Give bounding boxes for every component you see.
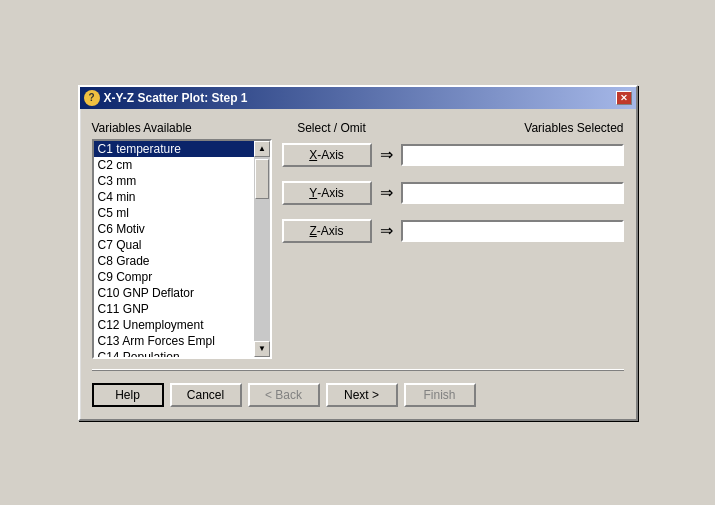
x-axis-arrow: ⇒ [380, 145, 393, 164]
list-item[interactable]: C5 ml [94, 205, 254, 221]
list-item[interactable]: C6 Motiv [94, 221, 254, 237]
list-item[interactable]: C2 cm [94, 157, 254, 173]
separator [92, 369, 624, 371]
z-axis-arrow: ⇒ [380, 221, 393, 240]
list-item[interactable]: C3 mm [94, 173, 254, 189]
cancel-button[interactable]: Cancel [170, 383, 242, 407]
help-button[interactable]: Help [92, 383, 164, 407]
back-button[interactable]: < Back [248, 383, 320, 407]
x-axis-button[interactable]: X-Axis [282, 143, 372, 167]
main-window: ? X-Y-Z Scatter Plot: Step 1 ✕ Variables… [78, 85, 638, 421]
y-axis-arrow: ⇒ [380, 183, 393, 202]
x-axis-row: X-Axis ⇒ [282, 143, 624, 167]
list-item[interactable]: C8 Grade [94, 253, 254, 269]
list-item[interactable]: C7 Qual [94, 237, 254, 253]
window-title: X-Y-Z Scatter Plot: Step 1 [104, 91, 248, 105]
variables-listbox[interactable]: C1 temperatureC2 cmC3 mmC4 minC5 mlC6 Mo… [92, 139, 272, 359]
scrollbar: ▲ ▼ [254, 141, 270, 357]
scroll-track[interactable] [254, 157, 270, 341]
list-item[interactable]: C10 GNP Deflator [94, 285, 254, 301]
x-axis-input[interactable] [401, 144, 624, 166]
list-item[interactable]: C13 Arm Forces Empl [94, 333, 254, 349]
scroll-up-button[interactable]: ▲ [254, 141, 270, 157]
main-area: Variables Available C1 temperatureC2 cmC… [92, 121, 624, 359]
title-bar-buttons: ✕ [616, 91, 632, 105]
next-button[interactable]: Next > [326, 383, 398, 407]
right-header: Select / Omit Variables Selected [282, 121, 624, 135]
z-axis-row: Z-Axis ⇒ [282, 219, 624, 243]
list-item[interactable]: C9 Compr [94, 269, 254, 285]
scroll-down-button[interactable]: ▼ [254, 341, 270, 357]
left-panel: Variables Available C1 temperatureC2 cmC… [92, 121, 272, 359]
title-icon: ? [84, 90, 100, 106]
listbox-items: C1 temperatureC2 cmC3 mmC4 minC5 mlC6 Mo… [94, 141, 254, 357]
y-axis-input[interactable] [401, 182, 624, 204]
list-item[interactable]: C14 Population [94, 349, 254, 357]
scroll-thumb[interactable] [255, 159, 269, 199]
list-item[interactable]: C12 Unemployment [94, 317, 254, 333]
select-omit-label: Select / Omit [282, 121, 382, 135]
list-item[interactable]: C4 min [94, 189, 254, 205]
list-item[interactable]: C11 GNP [94, 301, 254, 317]
y-axis-row: Y-Axis ⇒ [282, 181, 624, 205]
close-button[interactable]: ✕ [616, 91, 632, 105]
title-bar-left: ? X-Y-Z Scatter Plot: Step 1 [84, 90, 248, 106]
bottom-buttons: Help Cancel < Back Next > Finish [92, 379, 624, 407]
y-axis-button[interactable]: Y-Axis [282, 181, 372, 205]
variables-available-label: Variables Available [92, 121, 272, 135]
z-axis-input[interactable] [401, 220, 624, 242]
variables-selected-label: Variables Selected [392, 121, 624, 135]
z-axis-button[interactable]: Z-Axis [282, 219, 372, 243]
title-bar: ? X-Y-Z Scatter Plot: Step 1 ✕ [80, 87, 636, 109]
list-item[interactable]: C1 temperature [94, 141, 254, 157]
finish-button[interactable]: Finish [404, 383, 476, 407]
right-panel: Select / Omit Variables Selected X-Axis … [282, 121, 624, 359]
window-content: Variables Available C1 temperatureC2 cmC… [80, 109, 636, 419]
